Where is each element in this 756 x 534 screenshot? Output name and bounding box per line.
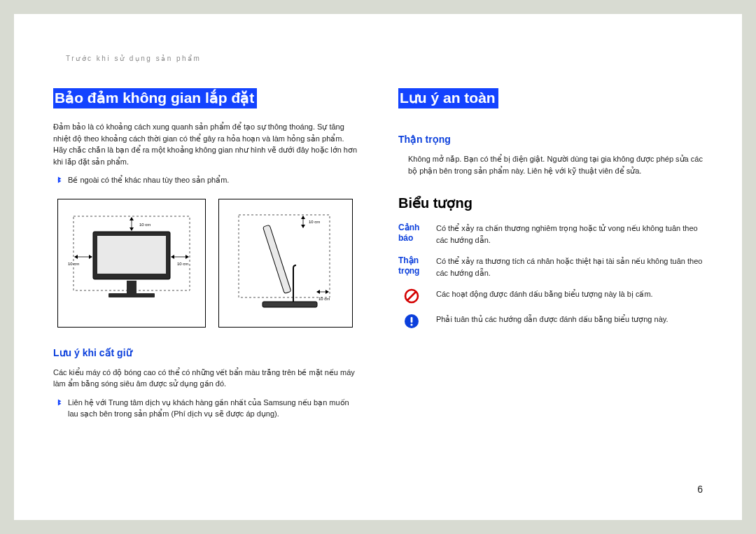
svg-rect-2 bbox=[97, 236, 166, 274]
storage-bullet: Liên hệ với Trung tâm dịch vụ khách hàng… bbox=[57, 397, 358, 420]
svg-rect-4 bbox=[108, 293, 155, 297]
legend-label-warning: Cảnh báo bbox=[398, 223, 425, 244]
svg-rect-18 bbox=[262, 225, 290, 293]
svg-marker-12 bbox=[171, 255, 174, 259]
svg-rect-3 bbox=[127, 281, 136, 293]
caution-paragraph: Không mở nắp. Bạn có thể bị điện giật. N… bbox=[398, 153, 703, 176]
two-column-layout: Bảo đảm không gian lắp đặt Đảm bảo là có… bbox=[53, 88, 703, 423]
monitor-side-icon: 10 cm 10 cm bbox=[226, 208, 345, 320]
svg-marker-22 bbox=[301, 225, 305, 228]
svg-marker-21 bbox=[301, 216, 305, 219]
legend-text-forbidden: Các hoạt động được đánh dấu bằng biểu tư… bbox=[436, 288, 653, 300]
svg-text:10 cm: 10 cm bbox=[309, 220, 320, 224]
svg-rect-19 bbox=[262, 302, 317, 307]
right-column: Lưu ý an toàn Thận trọng Không mở nắp. B… bbox=[398, 88, 703, 423]
note-text: Bề ngoài có thể khác nhau tùy theo sản p… bbox=[68, 174, 229, 186]
legend-forbidden: Các hoạt động được đánh dấu bằng biểu tư… bbox=[398, 288, 703, 304]
svg-line-29 bbox=[407, 292, 416, 300]
svg-point-32 bbox=[410, 323, 412, 325]
svg-marker-6 bbox=[130, 217, 134, 220]
page-number: 6 bbox=[697, 484, 703, 495]
heading-caution: Thận trọng bbox=[398, 134, 703, 145]
legend-must: Phải tuân thủ các hướng dẫn được đánh dấ… bbox=[398, 314, 703, 329]
breadcrumb: Trước khi sử dụng sản phẩm bbox=[66, 55, 201, 62]
installation-paragraph: Đảm bảo là có khoảng cách xung quanh sản… bbox=[53, 121, 358, 167]
svg-marker-26 bbox=[326, 290, 329, 294]
storage-paragraph: Các kiểu máy có độ bóng cao có thể có nh… bbox=[53, 367, 358, 390]
legend-warning: Cảnh báo Có thể xảy ra chấn thương nghiê… bbox=[398, 223, 703, 246]
svg-marker-13 bbox=[186, 255, 189, 259]
legend-caution: Thận trọng Có thể xảy ra thương tích cá … bbox=[398, 255, 703, 279]
forbidden-icon bbox=[398, 288, 425, 304]
legend-text-caution: Có thể xảy ra thương tích cá nhân hoặc t… bbox=[436, 255, 703, 279]
svg-text:10 cm: 10 cm bbox=[139, 223, 150, 227]
chevron-icon bbox=[57, 176, 64, 184]
svg-marker-25 bbox=[316, 290, 320, 294]
svg-rect-31 bbox=[411, 317, 413, 323]
svg-text:10 cm: 10 cm bbox=[68, 262, 79, 266]
legend-label-caution: Thận trọng bbox=[398, 255, 425, 276]
heading-storage: Lưu ý khi cất giữ bbox=[53, 347, 358, 358]
svg-text:10 cm: 10 cm bbox=[318, 297, 330, 301]
heading-safety: Lưu ý an toàn bbox=[398, 88, 498, 108]
document-page: Trước khi sử dụng sản phẩm Bảo đảm không… bbox=[14, 14, 742, 520]
svg-text:10 cm: 10 cm bbox=[177, 262, 188, 266]
exclamation-icon bbox=[398, 314, 425, 329]
monitor-front-icon: 10 cm 10 cm 10 cm bbox=[65, 208, 198, 320]
svg-marker-7 bbox=[130, 227, 134, 231]
chevron-icon bbox=[57, 398, 64, 407]
svg-marker-10 bbox=[89, 255, 92, 259]
legend-text-warning: Có thể xảy ra chấn thương nghiêm trọng h… bbox=[436, 223, 703, 246]
storage-bullet-text: Liên hệ với Trung tâm dịch vụ khách hàng… bbox=[68, 397, 358, 420]
note-bullet: Bề ngoài có thể khác nhau tùy theo sản p… bbox=[57, 174, 358, 186]
left-column: Bảo đảm không gian lắp đặt Đảm bảo là có… bbox=[53, 88, 358, 423]
heading-symbols: Biểu tượng bbox=[398, 195, 703, 211]
heading-installation-space: Bảo đảm không gian lắp đặt bbox=[53, 88, 257, 108]
diagram-front: 10 cm 10 cm 10 cm bbox=[57, 199, 206, 328]
diagram-row: 10 cm 10 cm 10 cm bbox=[53, 199, 358, 328]
diagram-side: 10 cm 10 cm bbox=[218, 199, 353, 328]
legend-text-must: Phải tuân thủ các hướng dẫn được đánh dấ… bbox=[436, 314, 668, 325]
svg-marker-9 bbox=[74, 255, 78, 259]
